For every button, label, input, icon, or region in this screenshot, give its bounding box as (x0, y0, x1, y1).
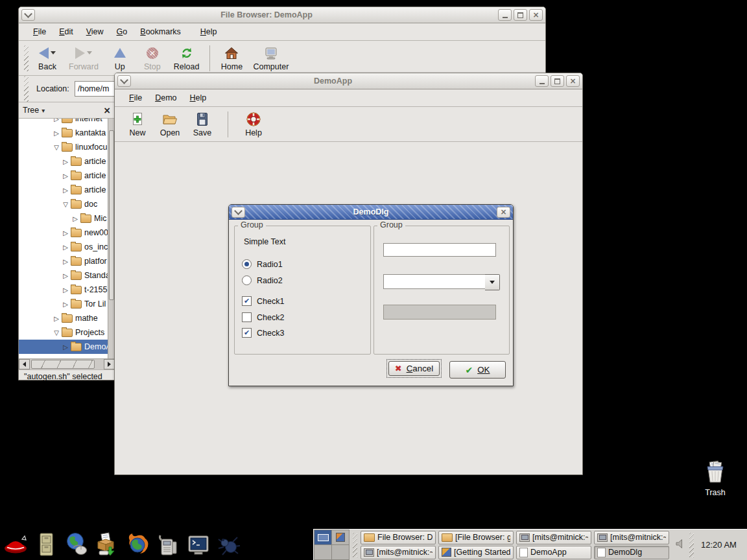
tree-item[interactable]: t-2155 (19, 283, 115, 297)
expander-icon[interactable] (62, 271, 69, 280)
tree-item[interactable]: doc (19, 197, 115, 211)
scrollbar-thumb[interactable] (31, 360, 95, 369)
checkbox-checked-icon[interactable] (242, 296, 252, 306)
demodlg-titlebar[interactable]: DemoDlg (229, 205, 513, 220)
radio-selected-icon[interactable] (242, 259, 252, 269)
combo-box[interactable] (383, 274, 500, 290)
tree-item[interactable]: Projects (19, 325, 115, 340)
scroll-left-arrow[interactable] (19, 359, 30, 369)
panel-drag-handle[interactable] (689, 533, 694, 557)
minimize-button[interactable] (498, 9, 512, 21)
bug-tool-icon[interactable] (216, 531, 242, 557)
tree-item[interactable]: new00 (19, 226, 115, 240)
taskbar-window-button[interactable]: [mits@mitnick:~ (361, 546, 436, 559)
ok-button[interactable]: OK (449, 361, 506, 379)
help-button[interactable]: Help (237, 110, 270, 139)
expander-icon[interactable] (62, 299, 69, 309)
tree-item[interactable]: linuxfocu (19, 140, 115, 154)
tree-item[interactable]: article (19, 154, 115, 169)
tree-item-selected[interactable]: DemoA (19, 340, 115, 354)
minimize-button[interactable] (535, 75, 549, 87)
taskbar-window-button[interactable]: [File Browser: gt (438, 531, 514, 544)
expander-icon[interactable] (62, 185, 69, 194)
back-dropdown-icon[interactable] (51, 51, 56, 54)
computer-button[interactable]: Computer (248, 44, 294, 73)
back-button[interactable]: Back (31, 44, 64, 73)
sidebar-selector-icon[interactable] (42, 106, 45, 115)
menu-view[interactable]: View (80, 25, 110, 38)
taskbar-window-button-active[interactable]: DemoDlg (594, 546, 669, 559)
new-button[interactable]: New (121, 110, 154, 139)
volume-icon[interactable] (674, 538, 686, 552)
expander-icon[interactable] (53, 328, 60, 337)
location-drag-handle[interactable] (24, 76, 29, 102)
reload-button[interactable]: Reload (169, 44, 205, 73)
expander-icon[interactable] (62, 171, 69, 180)
file-cabinet-icon[interactable] (33, 531, 59, 557)
menu-edit[interactable]: Edit (53, 25, 80, 38)
web-browser-icon[interactable] (64, 531, 89, 557)
expander-icon[interactable] (53, 314, 60, 323)
save-button[interactable]: Save (186, 110, 219, 139)
tree-item[interactable]: kantakta (19, 126, 115, 140)
stop-button[interactable]: Stop (136, 44, 169, 73)
close-button[interactable] (529, 9, 543, 21)
window-menu-button[interactable] (231, 207, 245, 218)
workspace-pager[interactable] (314, 530, 350, 560)
check1-option[interactable]: Check1 (242, 296, 284, 306)
workspace-2[interactable] (332, 530, 349, 544)
close-button[interactable] (497, 207, 510, 218)
menu-go[interactable]: Go (110, 25, 134, 38)
forward-button[interactable]: Forward (64, 44, 104, 73)
tree-item[interactable]: Mic (19, 211, 115, 226)
cancel-button[interactable]: Cancel (388, 361, 440, 376)
clock[interactable]: 12:20 AM (701, 540, 737, 550)
menu-file[interactable]: File (123, 91, 148, 104)
expander-icon[interactable] (53, 128, 60, 137)
scrollbar-track[interactable] (30, 359, 104, 369)
tree-item[interactable]: article (19, 183, 115, 197)
combo-dropdown-button[interactable] (485, 274, 500, 290)
red-hat-menu-icon[interactable] (3, 531, 29, 557)
radio-unselected-icon[interactable] (242, 275, 252, 285)
taskbar-window-button[interactable]: [mits@mitnick:~ (516, 531, 591, 544)
tree-item[interactable]: Tor Lil (19, 297, 115, 311)
toolbar-drag-handle[interactable] (24, 45, 29, 71)
tree-item[interactable]: Standa (19, 268, 115, 283)
taskbar-window-button[interactable]: [mits@mitnick:~ (594, 531, 669, 544)
menu-demo[interactable]: Demo (148, 91, 183, 104)
package-installer-icon[interactable] (94, 531, 120, 557)
open-button[interactable]: Open (154, 110, 186, 139)
scroll-right-arrow[interactable] (104, 359, 115, 369)
maximize-button[interactable] (514, 9, 527, 21)
tree-item[interactable]: article (19, 169, 115, 183)
menu-bookmarks[interactable]: Bookmarks (134, 25, 187, 38)
taskbar-window-button[interactable]: [Getting Started (438, 546, 514, 559)
tree-item[interactable]: platfor (19, 254, 115, 268)
sidebar-close-icon[interactable] (103, 106, 111, 115)
expander-icon[interactable] (53, 143, 60, 152)
combo-input[interactable] (383, 274, 485, 289)
scrollbar-thumb[interactable] (109, 130, 114, 300)
checkbox-unchecked-icon[interactable] (242, 312, 252, 322)
tree-item[interactable]: os_inc (19, 240, 115, 254)
sidebar-title[interactable]: Tree (23, 106, 39, 115)
check2-option[interactable]: Check2 (242, 312, 284, 322)
close-button[interactable] (566, 75, 580, 87)
workspace-4[interactable] (332, 545, 349, 559)
expander-icon[interactable] (62, 342, 69, 351)
workspace-3[interactable] (314, 545, 331, 559)
tree-horizontal-scrollbar[interactable] (19, 358, 115, 369)
expander-icon[interactable] (71, 214, 79, 223)
demoapp-titlebar[interactable]: DemoApp (115, 73, 582, 89)
expander-icon[interactable] (62, 200, 69, 209)
up-button[interactable]: Up (104, 44, 136, 73)
text-field[interactable] (383, 243, 496, 257)
taskbar-window-button[interactable]: DemoApp (516, 546, 591, 559)
trash-desktop-icon[interactable]: Trash (694, 459, 736, 497)
home-button[interactable]: Home (215, 44, 248, 73)
tree-item[interactable]: internet (19, 119, 115, 126)
panel-drag-handle[interactable] (353, 533, 357, 557)
expander-icon[interactable] (62, 285, 69, 294)
file-browser-titlebar[interactable]: File Browser: DemoApp (19, 7, 545, 23)
